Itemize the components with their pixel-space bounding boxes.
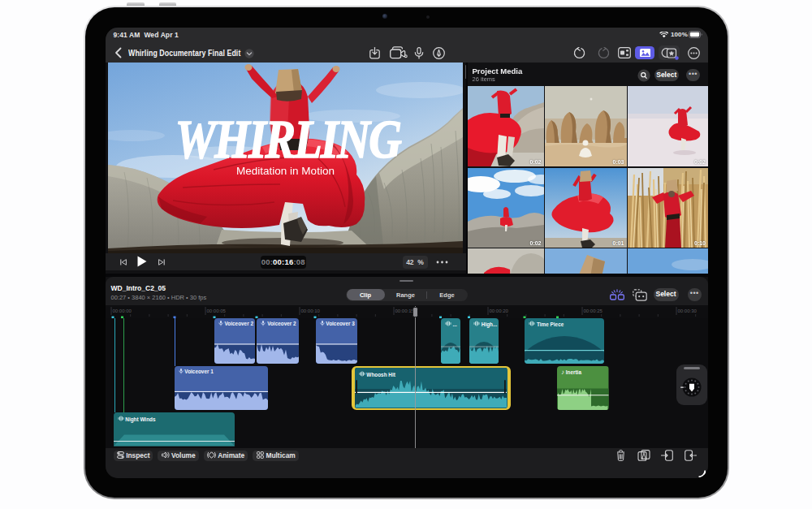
svg-text:00:00:30: 00:00:30 — [678, 308, 698, 313]
svg-text:00:00:05: 00:00:05 — [207, 308, 227, 313]
svg-text:00:00:10: 00:00:10 — [301, 308, 321, 313]
svg-text:00:00:15: 00:00:15 — [395, 308, 415, 313]
svg-text:00:00:00: 00:00:00 — [113, 308, 132, 313]
svg-text:00:00:25: 00:00:25 — [584, 308, 603, 313]
svg-text:00:00:20: 00:00:20 — [490, 308, 509, 313]
